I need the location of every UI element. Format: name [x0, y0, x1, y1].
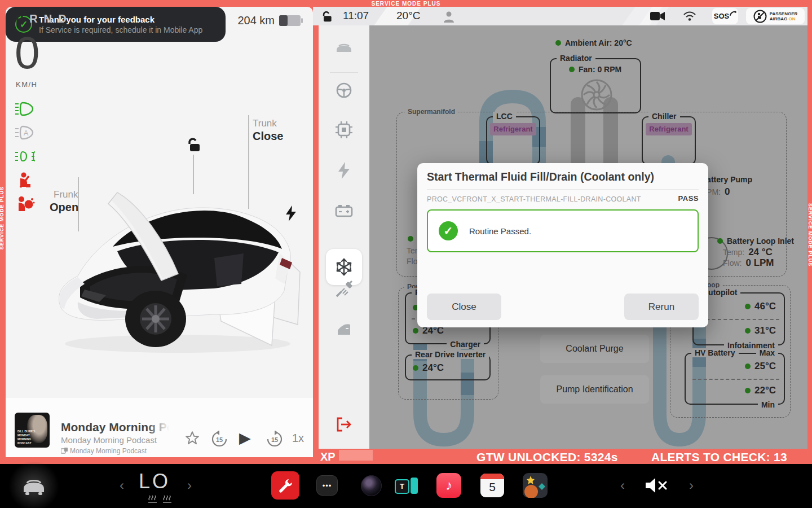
tab-high-voltage-icon[interactable] — [337, 161, 351, 180]
podcast-source-icon — [61, 448, 68, 454]
gear-selector: PRND — [16, 12, 73, 25]
wifi-icon[interactable] — [683, 11, 696, 21]
result-check-icon: ✓ — [439, 221, 458, 240]
outside-temperature[interactable]: 20°C — [396, 10, 420, 22]
xp-label: XP — [320, 450, 336, 463]
sidebar-divider — [330, 72, 358, 73]
clock[interactable]: 11:07 — [343, 10, 369, 22]
trunk-state[interactable]: Close — [253, 130, 283, 143]
airbag-status-icon — [753, 10, 767, 23]
unlocked-status-icon[interactable] — [321, 10, 333, 23]
service-mode-left-strip: SERVICE MODE PLUS — [0, 186, 5, 249]
gear-d: D — [58, 12, 67, 25]
toast-subtitle: If Service is required, schedule it in M… — [39, 25, 202, 34]
tab-battery-icon[interactable] — [334, 202, 354, 221]
forward-15-button[interactable]: 15 — [266, 431, 283, 448]
routine-modal: Start Thermal Fluid Fill/Drain (Coolant … — [417, 163, 708, 327]
service-sidebar — [319, 25, 369, 449]
seat-heater-right-icon[interactable] — [162, 495, 172, 503]
track-title: Monday Morning Pod — [61, 421, 169, 434]
lock-pointer-line — [193, 155, 194, 194]
tab-controller-icon[interactable] — [334, 120, 354, 139]
frunk-label: Frunk — [54, 189, 78, 200]
tab-vehicle-icon[interactable] — [334, 39, 354, 58]
music-app-icon[interactable]: ♪ — [436, 473, 461, 498]
tab-suspension-icon[interactable] — [334, 279, 354, 299]
modal-proc-name: PROC_VCFRONT_X_START-THERMAL-FILL-DRAIN-… — [427, 195, 641, 203]
taskbar: ‹ LO › ••• T ♪ 5 ‹ › — [0, 464, 812, 508]
calendar-day: 5 — [480, 480, 504, 494]
sos-button[interactable]: SOS — [712, 8, 738, 24]
playback-speed-button[interactable]: 1x — [292, 432, 304, 445]
temp-up-button[interactable]: › — [187, 479, 192, 492]
service-mode-banner: SERVICE MODE PLUS — [333, 0, 479, 9]
media-player[interactable]: BILL BURR'S MONDAY MORNING PODCAST Monda… — [6, 398, 313, 457]
frunk-state[interactable]: Open — [50, 201, 78, 214]
warning-lights: A — [15, 100, 35, 219]
gear-r: R — [29, 12, 38, 25]
screen: SERVICE MODE PLUS SERVICE MODE PLUS SERV… — [0, 0, 812, 508]
exit-service-icon[interactable] — [336, 415, 352, 434]
range-value: 204 km — [237, 14, 275, 27]
xp-block — [339, 450, 373, 461]
routine-result-box: ✓ Routine Passed. — [427, 209, 699, 252]
album-art: BILL BURR'S MONDAY MORNING PODCAST — [15, 413, 50, 448]
gear-n: N — [44, 12, 53, 25]
seatbelt-warning-icon — [15, 172, 35, 189]
theater-art — [523, 473, 548, 498]
close-button[interactable]: Close — [427, 294, 501, 320]
alerts-to-check[interactable]: ALERTS TO CHECK: 13 — [651, 450, 787, 464]
airbag-warning-icon — [15, 195, 35, 212]
track-artist: Monday Morning Podcast — [61, 435, 157, 445]
tab-doors-icon[interactable] — [334, 320, 354, 339]
modal-status-badge: PASS — [678, 194, 699, 203]
service-mode-right-strip: SERVICE MODE PLUS — [807, 203, 812, 266]
seat-heater-left-icon[interactable] — [148, 495, 157, 503]
sos-phone-icon — [730, 11, 736, 17]
more-apps-button[interactable]: ••• — [316, 475, 338, 496]
speed-value: 0 — [15, 30, 40, 76]
cabin-temp-setting[interactable]: LO — [139, 470, 170, 493]
volume-up-button[interactable]: › — [689, 479, 694, 492]
cluster-panel: PRND 204 km 0 KM/H A — [6, 7, 313, 457]
charge-flash-icon — [285, 205, 297, 221]
favorite-button[interactable] — [185, 431, 200, 445]
track-source: Monday Morning Podcast — [61, 447, 147, 455]
calendar-app-icon[interactable]: 5 — [480, 474, 504, 497]
gear-p: P — [16, 12, 24, 25]
thermal-diagram: Ambient Air: 20°C Radiator Fan: 0 RPM Su… — [369, 25, 807, 449]
volume-muted-icon[interactable] — [645, 477, 668, 494]
play-button[interactable]: ▶ — [239, 429, 251, 447]
tab-thermal-icon[interactable] — [334, 257, 354, 277]
auto-headlight-icon: A — [15, 124, 35, 141]
status-bar: 11:07 20°C SOS PASSENGER AIRBAG ON — [313, 7, 807, 25]
gtw-unlocked-status: GTW UNLOCKED: 5324s — [476, 450, 618, 464]
airbag-on-state: ON — [788, 16, 795, 21]
dashcam-icon[interactable] — [650, 11, 665, 21]
camera-app-icon[interactable] — [361, 475, 382, 496]
volume-down-button[interactable]: ‹ — [620, 479, 625, 492]
wrench-icon — [277, 478, 293, 493]
passenger-airbag-status: PASSENGER AIRBAG ON — [746, 8, 805, 24]
modal-divider — [427, 189, 699, 190]
service-app-icon[interactable] — [271, 471, 299, 500]
temp-down-button[interactable]: ‹ — [120, 479, 124, 492]
rerun-button[interactable]: Rerun — [624, 294, 699, 320]
svg-text:15: 15 — [216, 436, 223, 443]
lowbeam-icon — [15, 100, 35, 117]
tunein-app-icon[interactable]: T — [395, 478, 420, 494]
speed-unit: KM/H — [16, 80, 38, 89]
parking-lights-icon — [15, 148, 35, 165]
profile-icon[interactable] — [442, 9, 456, 24]
vehicle-image — [45, 173, 310, 360]
car-app-icon[interactable] — [21, 475, 47, 497]
trunk-label: Trunk — [253, 118, 277, 129]
trunk-pointer-line — [248, 115, 249, 209]
tab-steering-icon[interactable] — [334, 81, 354, 100]
svg-text:A: A — [24, 129, 29, 137]
unlocked-icon — [186, 137, 201, 153]
service-footer-bar: XP GTW UNLOCKED: 5324s ALERTS TO CHECK: … — [313, 450, 812, 464]
theater-app-icon[interactable] — [523, 473, 548, 498]
rewind-15-button[interactable]: 15 — [211, 431, 228, 448]
svg-text:15: 15 — [271, 436, 278, 443]
